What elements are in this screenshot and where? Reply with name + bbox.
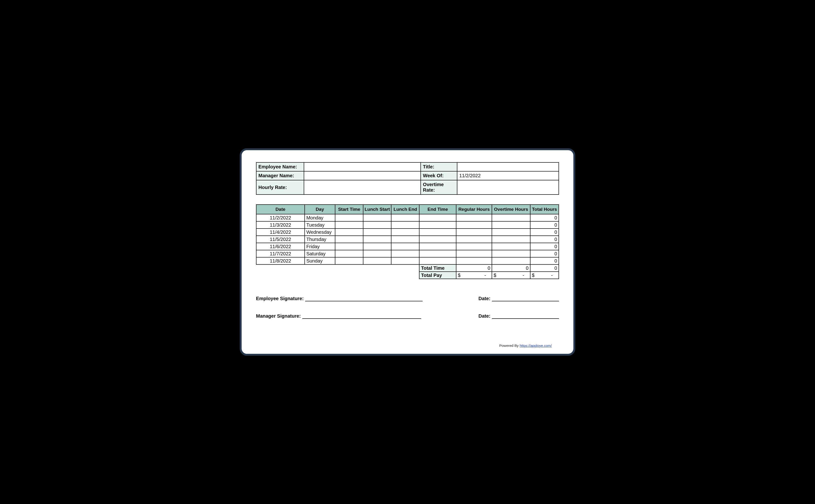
table-row: 11/7/2022Saturday0 <box>256 250 559 257</box>
employee-signature-label: Employee Signature: <box>256 296 304 301</box>
cell-lunch-end[interactable] <box>391 236 419 243</box>
cell-day: Wednesday <box>305 229 335 236</box>
table-row: 11/4/2022Wednesday0 <box>256 229 559 236</box>
cell-total-hours: 0 <box>530 243 559 250</box>
cell-overtime-hours[interactable] <box>492 221 530 229</box>
cell-regular-hours[interactable] <box>456 257 492 264</box>
manager-name-label: Manager Name: <box>256 171 304 180</box>
cell-regular-hours[interactable] <box>456 250 492 257</box>
cell-lunch-end[interactable] <box>391 214 419 221</box>
cell-end-time[interactable] <box>419 250 456 257</box>
total-pay-overtime: $- <box>492 272 530 279</box>
manager-signature-line[interactable] <box>302 314 421 319</box>
cell-lunch-start[interactable] <box>363 221 391 229</box>
employee-signature-row: Employee Signature: Date: <box>256 296 559 301</box>
cell-total-hours: 0 <box>530 236 559 243</box>
table-row: 11/5/2022Thursday0 <box>256 236 559 243</box>
table-row: 11/2/2022Monday0 <box>256 214 559 221</box>
header-regular-hours: Regular Hours <box>456 205 492 214</box>
header-day: Day <box>305 205 335 214</box>
cell-regular-hours[interactable] <box>456 236 492 243</box>
cell-date: 11/7/2022 <box>256 250 305 257</box>
cell-lunch-end[interactable] <box>391 257 419 264</box>
cell-lunch-start[interactable] <box>363 236 391 243</box>
overtime-rate-value[interactable] <box>457 180 559 195</box>
cell-date: 11/2/2022 <box>256 214 305 221</box>
cell-start-time[interactable] <box>335 243 363 250</box>
employee-name-value[interactable] <box>304 162 421 171</box>
employee-name-label: Employee Name: <box>256 162 304 171</box>
cell-total-hours: 0 <box>530 221 559 229</box>
cell-date: 11/4/2022 <box>256 229 305 236</box>
manager-name-value[interactable] <box>304 171 421 180</box>
cell-overtime-hours[interactable] <box>492 214 530 221</box>
employee-signature-line[interactable] <box>305 296 423 301</box>
cell-regular-hours[interactable] <box>456 221 492 229</box>
total-time-total: 0 <box>530 264 559 272</box>
cell-day: Thursday <box>305 236 335 243</box>
cell-lunch-end[interactable] <box>391 250 419 257</box>
total-time-label: Total Time <box>419 264 456 272</box>
cell-date: 11/3/2022 <box>256 221 305 229</box>
cell-lunch-start[interactable] <box>363 214 391 221</box>
hourly-rate-label: Hourly Rate: <box>256 180 304 195</box>
cell-day: Saturday <box>305 250 335 257</box>
cell-lunch-start[interactable] <box>363 250 391 257</box>
employee-date-line[interactable] <box>492 296 559 301</box>
manager-signature-label: Manager Signature: <box>256 313 301 319</box>
cell-day: Sunday <box>305 257 335 264</box>
cell-day: Tuesday <box>305 221 335 229</box>
manager-date-label: Date: <box>479 313 491 319</box>
cell-regular-hours[interactable] <box>456 229 492 236</box>
cell-start-time[interactable] <box>335 214 363 221</box>
cell-start-time[interactable] <box>335 229 363 236</box>
total-pay-regular: $- <box>456 272 492 279</box>
cell-lunch-end[interactable] <box>391 229 419 236</box>
cell-lunch-start[interactable] <box>363 229 391 236</box>
cell-total-hours: 0 <box>530 229 559 236</box>
cell-end-time[interactable] <box>419 221 456 229</box>
cell-regular-hours[interactable] <box>456 243 492 250</box>
powered-by-text: Powered By <box>499 344 520 348</box>
cell-end-time[interactable] <box>419 243 456 250</box>
total-time-overtime: 0 <box>492 264 530 272</box>
cell-end-time[interactable] <box>419 229 456 236</box>
cell-lunch-end[interactable] <box>391 221 419 229</box>
manager-signature-row: Manager Signature: Date: <box>256 313 559 319</box>
cell-overtime-hours[interactable] <box>492 229 530 236</box>
cell-overtime-hours[interactable] <box>492 257 530 264</box>
header-start-time: Start Time <box>335 205 363 214</box>
cell-end-time[interactable] <box>419 236 456 243</box>
cell-date: 11/6/2022 <box>256 243 305 250</box>
week-of-value[interactable]: 11/2/2022 <box>457 171 559 180</box>
cell-start-time[interactable] <box>335 257 363 264</box>
title-label: Title: <box>421 162 457 171</box>
signature-area: Employee Signature: Date: Manager Signat… <box>256 296 559 319</box>
cell-regular-hours[interactable] <box>456 214 492 221</box>
header-total-hours: Total Hours <box>530 205 559 214</box>
manager-date-line[interactable] <box>492 314 559 319</box>
total-pay-label: Total Pay <box>419 272 456 279</box>
cell-start-time[interactable] <box>335 221 363 229</box>
table-row: 11/6/2022Friday0 <box>256 243 559 250</box>
cell-lunch-start[interactable] <box>363 257 391 264</box>
header-lunch-start: Lunch Start <box>363 205 391 214</box>
title-value[interactable] <box>457 162 559 171</box>
cell-end-time[interactable] <box>419 214 456 221</box>
cell-start-time[interactable] <box>335 236 363 243</box>
cell-overtime-hours[interactable] <box>492 236 530 243</box>
cell-lunch-start[interactable] <box>363 243 391 250</box>
overtime-rate-label: Overtime Rate: <box>421 180 457 195</box>
employee-date-label: Date: <box>479 296 491 301</box>
apploye-link[interactable]: https://apploye.com/ <box>520 344 552 348</box>
header-overtime-hours: Overtime Hours <box>492 205 530 214</box>
cell-end-time[interactable] <box>419 257 456 264</box>
hourly-rate-value[interactable] <box>304 180 421 195</box>
time-log-table: Date Day Start Time Lunch Start Lunch En… <box>256 204 559 279</box>
cell-lunch-end[interactable] <box>391 243 419 250</box>
cell-start-time[interactable] <box>335 250 363 257</box>
cell-overtime-hours[interactable] <box>492 243 530 250</box>
cell-overtime-hours[interactable] <box>492 250 530 257</box>
cell-day: Friday <box>305 243 335 250</box>
total-time-regular: 0 <box>456 264 492 272</box>
